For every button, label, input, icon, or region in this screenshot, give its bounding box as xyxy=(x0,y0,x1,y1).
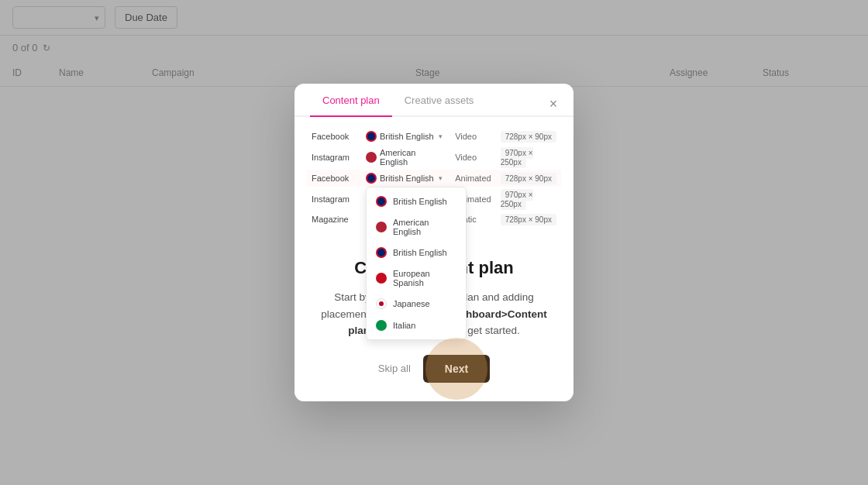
dropdown-item-label: British English xyxy=(393,197,447,206)
flag-icon xyxy=(366,173,377,184)
close-icon: × xyxy=(549,96,558,112)
size-cell: 728px × 90px xyxy=(496,128,561,145)
platform-cell: Instagram xyxy=(307,145,361,170)
size-cell: 728px × 90px xyxy=(496,170,561,187)
skip-all-button[interactable]: Skip all xyxy=(378,363,411,374)
dropdown-item-japanese[interactable]: Japanese xyxy=(367,293,466,315)
dropdown-item-american-english[interactable]: American English xyxy=(367,212,466,242)
size-cell: 970px × 250px xyxy=(496,187,561,212)
lang-label: British English xyxy=(380,132,434,141)
flag-icon xyxy=(376,196,387,207)
dropdown-item-label: Japanese xyxy=(393,299,430,308)
modal-overlay: × Content plan Creative assets Facebook xyxy=(0,0,868,485)
preview-wrapper: Facebook British English ▾ Video 728px ×… xyxy=(307,128,561,227)
type-cell: Video xyxy=(450,128,495,145)
dropdown-item-label: European Spanish xyxy=(393,269,456,287)
tab-content-plan[interactable]: Content plan xyxy=(310,84,392,117)
tab-creative-assets[interactable]: Creative assets xyxy=(392,84,487,117)
flag-icon xyxy=(366,152,377,163)
type-cell: Animated xyxy=(450,170,495,187)
preview-area: Facebook British English ▾ Video 728px ×… xyxy=(294,117,574,235)
platform-cell: Facebook xyxy=(307,170,361,187)
platform-cell: Instagram xyxy=(307,187,361,212)
next-button-wrap: Next xyxy=(423,355,490,383)
dropdown-item-european-spanish[interactable]: European Spanish xyxy=(367,263,466,293)
flag-icon xyxy=(376,247,387,258)
dropdown-item-label: British English xyxy=(393,248,447,257)
flag-icon xyxy=(366,131,377,142)
lang-cell: American English xyxy=(361,145,450,170)
dropdown-item-british-english-2[interactable]: British English xyxy=(367,242,466,263)
close-button[interactable]: × xyxy=(544,95,563,113)
modal-actions: Skip all Next xyxy=(313,355,555,383)
flag-icon xyxy=(376,273,387,284)
size-cell: 970px × 250px xyxy=(496,145,561,170)
chevron-down-icon: ▾ xyxy=(439,174,443,182)
modal-tabs: Content plan Creative assets xyxy=(294,84,574,117)
flag-icon xyxy=(376,222,387,232)
lang-label: American English xyxy=(380,148,446,167)
language-dropdown: British English American English xyxy=(366,187,467,340)
dropdown-item-italian[interactable]: Italian xyxy=(367,315,466,336)
type-cell: Video xyxy=(450,145,495,170)
platform-cell: Facebook xyxy=(307,128,361,145)
table-row: Facebook British English ▾ Video 728px ×… xyxy=(307,128,561,145)
table-row: Instagram American English Video 970px ×… xyxy=(307,145,561,170)
lang-cell: British English ▾ xyxy=(361,128,450,145)
flag-icon xyxy=(376,320,387,331)
preview-table: Facebook British English ▾ Video 728px ×… xyxy=(307,128,561,227)
flag-icon xyxy=(376,298,387,309)
dropdown-item-british-english[interactable]: British English xyxy=(367,191,466,212)
size-cell: 728px × 90px xyxy=(496,212,561,227)
dropdown-item-label: Italian xyxy=(393,321,415,330)
lang-cell: British English ▾ British English xyxy=(361,170,450,187)
next-button[interactable]: Next xyxy=(423,355,490,383)
lang-label: British English xyxy=(380,174,434,183)
table-row: Facebook British English ▾ xyxy=(307,170,561,187)
platform-cell: Magazine xyxy=(307,212,361,227)
chevron-down-icon: ▾ xyxy=(439,132,443,140)
dropdown-item-label: American English xyxy=(393,218,456,236)
modal: × Content plan Creative assets Facebook xyxy=(294,84,574,401)
